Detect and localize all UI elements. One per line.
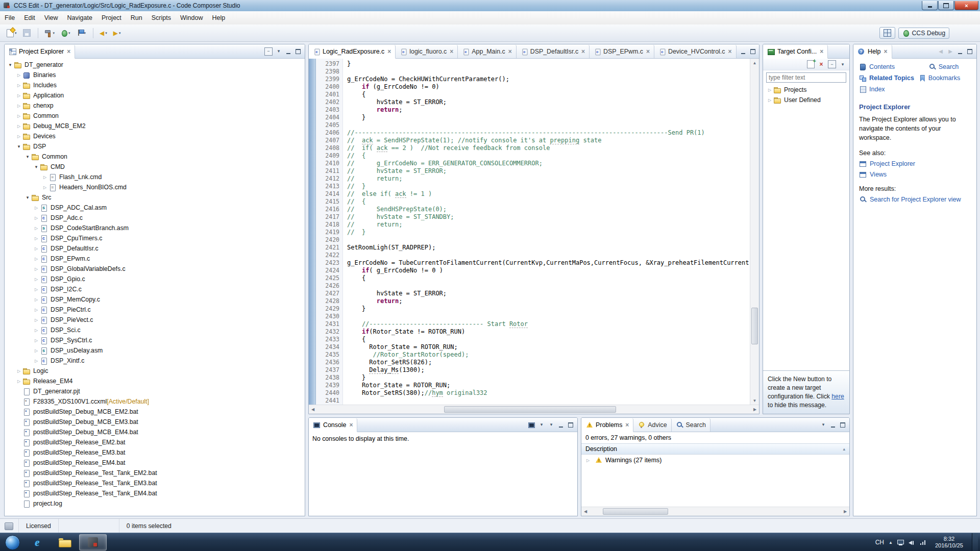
code-line[interactable]: if (g_ErrCodeNo != 0) [347,83,750,91]
tree-item[interactable]: *F28335_XDS100V1.ccxml [Active/Default] [5,396,305,407]
code-line[interactable]: g_ErrCodeNo = TubeCurrentToFilamentCurre… [347,259,750,267]
tree-item[interactable]: ▷Release_EM4 [5,376,305,386]
search-project-explorer-view-link[interactable]: Search for Project Explorer view [859,196,971,203]
code-line[interactable]: if(Rotor_State != ROTOR_RUN) [347,328,750,336]
expand-arrow-icon[interactable]: ▷ [33,359,40,363]
scroll-down-icon[interactable]: ▼ [750,396,759,405]
chevron-down-icon[interactable]: ▾ [68,31,70,35]
menu-window[interactable]: Window [176,12,207,24]
close-window-button[interactable]: × [954,1,978,10]
menu-navigate[interactable]: Navigate [63,12,97,24]
close-icon[interactable]: × [820,48,823,55]
horizontal-scroll-thumb[interactable] [603,508,668,515]
tree-item[interactable]: ▷≡Headers_NonBIOS.cmd [5,182,305,192]
expand-arrow-icon[interactable]: ▷ [33,297,40,302]
editor-tab[interactable]: cLogic_RadExposure.c× [309,45,396,59]
expand-arrow-icon[interactable]: ▷ [766,88,773,92]
help-index-link[interactable]: Index [859,86,917,93]
see-also-project-explorer-link[interactable]: Project Explorer [859,160,971,167]
expand-arrow-icon[interactable]: ▷ [41,185,48,190]
code-line[interactable]: hvState = ST_ERROR; [347,290,750,297]
tree-item[interactable]: ▷≡Flash_Lnk.cmd [5,172,305,182]
code-line[interactable]: } [347,305,750,313]
language-indicator[interactable]: CH [875,539,884,546]
close-icon[interactable]: × [625,422,629,428]
target-config-tree[interactable]: ▷Projects▷User Defined [763,84,849,105]
tree-item[interactable]: ▷cDSP_Adc.c [5,213,305,223]
code-line[interactable]: Rotor_State = ROTOR_RUN; [347,382,750,389]
expand-arrow-icon[interactable]: ▷ [33,308,40,312]
tree-item[interactable]: *postBuildStep_Debug_MCB_EM2.bat [5,407,305,417]
tab-problems[interactable]: Problems × [581,418,633,432]
close-icon[interactable]: × [508,48,512,55]
tree-item[interactable]: *postBuildStep_Release_Test_Tank_EM3.bat [5,478,305,488]
chevron-down-icon[interactable]: ▾ [84,31,86,35]
scroll-up-icon[interactable]: ▲ [750,59,759,67]
expand-arrow-icon[interactable]: ▷ [33,318,40,322]
code-line[interactable] [347,282,750,290]
minimize-view-icon[interactable] [285,48,292,55]
tree-item[interactable]: ▾Common [5,152,305,162]
code-area[interactable]: }g_ErrCodeNo = CheckHUWithCurrentParamet… [343,59,750,405]
expand-arrow-icon[interactable]: ▷ [15,379,22,384]
maximize-window-button[interactable] [938,1,954,10]
start-button[interactable] [5,535,20,550]
close-icon[interactable]: × [67,48,70,55]
tree-item[interactable]: ▾DT_generator [5,60,305,70]
expand-arrow-icon[interactable]: ▷ [15,104,22,108]
tree-item[interactable]: ▷Application [5,90,305,101]
delete-icon[interactable]: × [818,61,825,68]
see-also-views-link[interactable]: Views [859,171,971,178]
tab-project-explorer[interactable]: Project Explorer × [5,45,75,59]
expand-arrow-icon[interactable]: ▷ [33,226,40,231]
maximize-view-icon[interactable] [966,48,973,55]
tree-item[interactable]: DT_generator.pjt [5,386,305,396]
view-menu-icon[interactable]: ▾ [820,421,827,429]
tree-item[interactable]: ▾DSP [5,141,305,152]
debug-button[interactable]: ▾ [58,28,73,39]
help-contents-link[interactable]: Contents [859,63,917,70]
menu-view[interactable]: View [40,12,63,24]
code-line[interactable] [347,313,750,320]
description-column-header[interactable]: Description ▴ [581,443,849,455]
close-icon[interactable]: × [450,48,453,55]
chevron-down-icon[interactable]: ▾ [105,31,107,35]
expand-arrow-icon[interactable]: ▷ [33,236,40,241]
expand-arrow-icon[interactable]: ▷ [15,83,22,88]
code-line[interactable]: // ack = SendHSPrepState(1); //notify co… [347,137,750,144]
taskbar-clock[interactable]: 8:32 2016/10/25 [931,536,967,549]
tree-item[interactable]: *postBuildStep_Release_Test_Tank_EM4.bat [5,488,305,498]
code-line[interactable]: // } [347,229,750,236]
expand-arrow-icon[interactable]: ▷ [584,458,592,463]
tree-item[interactable]: ▷cDSP_CpuTimers.c [5,233,305,243]
code-line[interactable]: // g_ErrCodeNo = ERR_GENERATOR_CONSOLECO… [347,160,750,167]
expand-arrow-icon[interactable]: ▷ [766,98,773,103]
expand-arrow-icon[interactable]: ▾ [15,144,22,149]
expand-arrow-icon[interactable]: ▷ [33,328,40,333]
tree-item[interactable]: ▷Debug_MCB_EM2 [5,121,305,131]
code-line[interactable] [347,397,750,405]
code-line[interactable] [347,236,750,244]
tree-item[interactable]: *postBuildStep_Release_EM3.bat [5,447,305,458]
menu-edit[interactable]: Edit [19,12,40,24]
tree-item[interactable]: *postBuildStep_Release_Test_Tank_EM2.bat [5,468,305,478]
help-search-link[interactable]: Search [918,63,971,70]
help-bookmarks-link[interactable]: Bookmarks [918,74,971,82]
expand-arrow-icon[interactable]: ▾ [33,164,40,169]
open-console-icon[interactable]: ▾ [548,421,555,429]
menu-help[interactable]: Help [207,12,230,24]
expand-arrow-icon[interactable]: ▷ [15,134,22,139]
expand-arrow-icon[interactable]: ▾ [7,62,14,67]
tab-advice[interactable]: Advice [633,418,671,432]
code-line[interactable]: return; [347,297,750,305]
problems-horizontal-scrollbar[interactable]: ◀ ▶ [581,507,849,516]
expand-arrow-icon[interactable]: ▷ [33,206,40,210]
code-line[interactable]: // else if( ack != 1 ) [347,190,750,198]
new-button[interactable]: ▾ [4,27,19,39]
tree-item[interactable]: ▷sDSP_usDelay.asm [5,345,305,356]
maximize-view-icon[interactable] [749,48,756,55]
ccs-taskbar-button[interactable] [79,534,107,550]
tree-item[interactable]: ▷chenxp [5,101,305,111]
tree-item[interactable]: ▷Common [5,111,305,121]
code-line[interactable]: // { [347,152,750,160]
